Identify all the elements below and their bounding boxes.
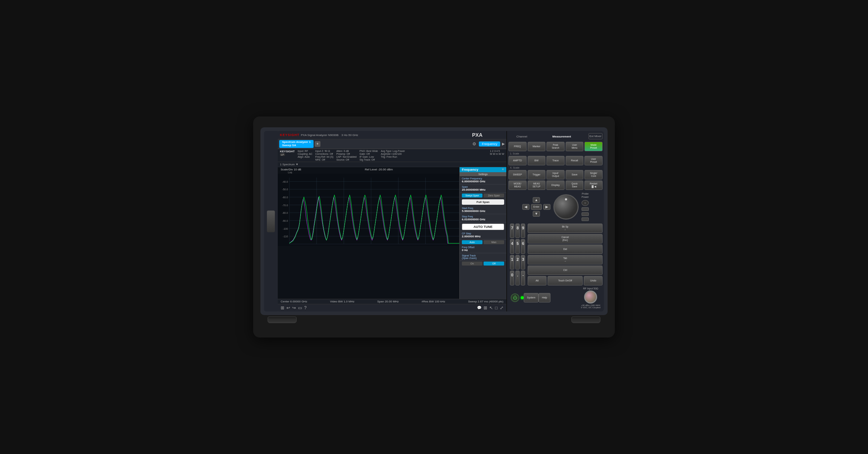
freq-settings-btn[interactable]: Settings	[460, 172, 506, 176]
status-keysight: KEYSIGHT	[280, 150, 295, 153]
single-cont-btn[interactable]: Single/ Cont	[584, 170, 603, 179]
num-1[interactable]: 1	[510, 255, 514, 270]
grid-icon[interactable]: ⊞	[484, 305, 487, 310]
num-2[interactable]: 2	[515, 255, 520, 270]
up-arrow-btn[interactable]: ▲	[533, 197, 540, 203]
num-minus[interactable]: -	[521, 271, 525, 285]
user-preset-btn[interactable]: User Preset	[584, 156, 603, 165]
freq-offset-value: 0 Hz	[462, 249, 504, 252]
cancel-esc-btn[interactable]: Cancel (Esc)	[528, 234, 603, 243]
freq-btn[interactable]: FREQ	[509, 142, 527, 151]
svg-text:-80.0: -80.0	[282, 211, 288, 215]
undo-icon[interactable]: ↩	[286, 305, 290, 310]
num-9[interactable]: 9	[521, 224, 525, 238]
windows-icon[interactable]: ⊞	[281, 305, 284, 310]
ctrl-btn[interactable]: Ctrl	[528, 266, 603, 275]
save-btn[interactable]: Save	[566, 170, 584, 179]
full-span-btn[interactable]: Full Span	[462, 199, 504, 205]
input-output-btn[interactable]: Input/ Output	[546, 170, 565, 179]
undo-ctrl-btn[interactable]: Undo	[584, 276, 603, 285]
signal-track-item[interactable]: Signal Track (Span Zoom)	[460, 253, 506, 261]
ext-mixer-label: Ext Mixer	[588, 133, 603, 139]
sweep-btn[interactable]: SWEEP	[509, 170, 527, 179]
video-bw-status: Video BW 1.0 MHz	[330, 300, 354, 303]
alt-btn[interactable]: Alt	[528, 276, 546, 285]
scale-type: Log	[278, 171, 459, 174]
num-3[interactable]: 3	[521, 255, 525, 270]
meas-setup-btn[interactable]: MEAS SETUP	[528, 181, 546, 190]
tab-spectrum-analyzer[interactable]: Spectrum Analyzer 1 Sweep SA	[279, 140, 314, 148]
on-btn[interactable]: On	[462, 262, 482, 266]
expand-icon[interactable]: ⤢	[500, 305, 503, 310]
help-btn[interactable]: Help	[539, 293, 550, 302]
left-arrow-btn[interactable]: ◀	[522, 204, 529, 210]
display-btn[interactable]: Display	[546, 181, 565, 190]
start-freq-item[interactable]: Start Freq 5.990000000 GHz	[460, 206, 506, 214]
off-btn[interactable]: Off	[484, 262, 504, 266]
recall-btn[interactable]: Recall	[566, 156, 584, 165]
power-button[interactable]: ⏻	[511, 293, 519, 302]
chat-icon[interactable]: 💬	[477, 306, 481, 310]
stop-freq-item[interactable]: Stop Freq 6.010000000 GHz	[460, 214, 506, 222]
center-freq-item[interactable]: Center Frequency 6.000000000 GHz	[460, 176, 506, 184]
marker-btn[interactable]: Marker	[528, 142, 546, 151]
cursor-icon[interactable]: ↖	[489, 305, 493, 310]
numpad-section: 7 8 9 4 5 6 1 2 3 0 . - Bk Sp ↑ Cancel (…	[509, 224, 603, 285]
trace-btn[interactable]: Trace	[546, 156, 565, 165]
freq-panel-close[interactable]: ✕	[502, 168, 504, 171]
tab-btn[interactable]: Tab →	[528, 255, 603, 264]
display-icon[interactable]: ▭	[298, 305, 302, 310]
side-keys: Bk Sp ↑ Cancel (Esc) Del Tab → Ctrl Alt …	[528, 224, 603, 285]
help-icon[interactable]: ?	[304, 305, 307, 310]
left-knob[interactable]	[267, 211, 275, 232]
start-freq-label: Start Freq	[462, 207, 504, 209]
system-btn[interactable]: System	[524, 293, 539, 302]
mode-preset-btn[interactable]: Mode Preset	[584, 142, 603, 151]
span-item[interactable]: Span 20.00000000 MHz	[460, 184, 506, 193]
rect-icon[interactable]: □	[495, 305, 498, 310]
status-lnp: LNP: Not Enabled	[336, 156, 357, 158]
user-menu-btn[interactable]: User Menu	[566, 142, 584, 151]
mode-meas-btn[interactable]: MODE/ MEAS	[509, 181, 527, 190]
num-5[interactable]: 5	[515, 239, 520, 254]
enter-btn[interactable]: Enter	[531, 204, 542, 210]
freq-offset-item[interactable]: Freq Offset 0 Hz	[460, 245, 506, 253]
tab-bar: Spectrum Analyzer 1 Sweep SA + ⚙ Frequen…	[278, 139, 506, 149]
num-8[interactable]: 8	[515, 224, 520, 238]
instrument-body: KEYSIGHT PXA Signal Analyzer N9030B 3 Hz…	[253, 116, 615, 338]
settings-gear-icon[interactable]: ⚙	[472, 141, 476, 147]
status-source: Source: Off	[336, 158, 357, 161]
marker-indicators: 1 2 3 4 5 M W m W W	[490, 150, 504, 155]
right-arrow-btn[interactable]: ▶	[543, 204, 550, 210]
main-dial[interactable]	[553, 194, 579, 220]
down-arrow-btn[interactable]: ▼	[533, 211, 540, 217]
status-avg-type: Avg Type: Log-Power	[381, 150, 405, 152]
dial-left: ▲ ◀ Enter ▶ ▼	[522, 197, 550, 217]
res-bw-status: #Res BW 100 kHz	[422, 300, 445, 303]
del-btn[interactable]: Del	[528, 245, 603, 254]
frequency-tab-button[interactable]: Frequency	[479, 141, 500, 147]
man-btn[interactable]: Man	[484, 240, 504, 244]
amptd-btn[interactable]: AMPTD	[509, 156, 527, 165]
cf-step-item[interactable]: CF Step 2.000000 MHz	[460, 231, 506, 239]
trigger-btn[interactable]: Trigger	[528, 170, 546, 179]
auto-tune-btn[interactable]: AUTO TUNE	[462, 224, 504, 230]
num-4[interactable]: 4	[510, 239, 514, 254]
touch-onoff-btn[interactable]: Touch On/Off	[548, 276, 583, 285]
zero-span-btn[interactable]: Zero Span	[484, 194, 504, 198]
num-0[interactable]: 0	[510, 271, 514, 285]
peak-search-btn[interactable]: Peak Search	[546, 142, 565, 151]
quick-save-btn[interactable]: Quick Save	[566, 181, 584, 190]
freq-panel: Frequency ✕ Settings Center Frequency 6.…	[459, 167, 506, 299]
auto-btn[interactable]: Auto	[462, 240, 482, 244]
restart-btn[interactable]: Restart ▐▌◀	[584, 181, 603, 190]
num-7[interactable]: 7	[510, 224, 514, 238]
bw-btn[interactable]: BW	[528, 156, 546, 165]
swept-span-btn[interactable]: Swept Span	[462, 194, 482, 198]
num-6[interactable]: 6	[521, 239, 525, 254]
cf-step-label: CF Step	[462, 232, 504, 235]
tab-add-button[interactable]: +	[315, 141, 320, 147]
bk-sp-btn[interactable]: Bk Sp ↑	[528, 224, 603, 233]
num-dot[interactable]: .	[515, 271, 520, 285]
redo-icon[interactable]: ↪	[292, 305, 296, 310]
